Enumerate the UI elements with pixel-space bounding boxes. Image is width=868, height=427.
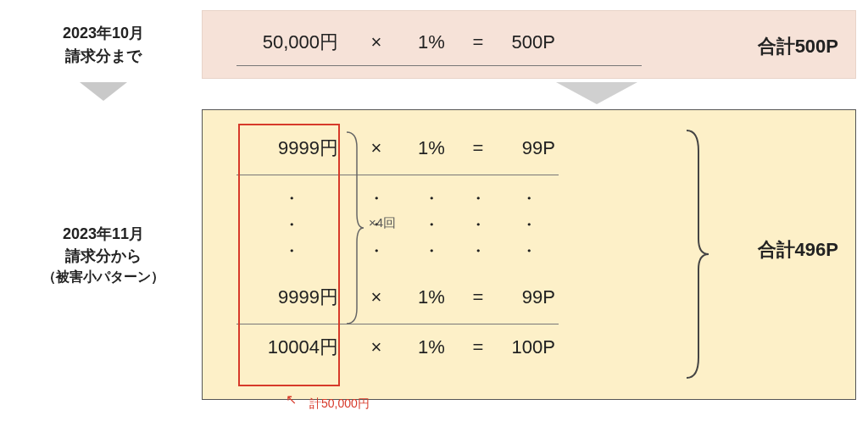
row2-rate: 1% (406, 286, 457, 308)
row1-points: 99P (499, 137, 559, 159)
left-arrow-wrap (12, 82, 202, 104)
dots-row-a: ・ ・ ・ ・ ・ (236, 175, 559, 212)
row3-points: 100P (499, 336, 559, 358)
top-calc-line: 50,000円 × 1% = 500P (236, 26, 642, 66)
row2-points: 99P (499, 286, 559, 308)
mult-icon: × (347, 137, 406, 159)
bottom-section: 2023年11月 請求分から （被害小パターン） 9999円 × 1% = 99… (12, 109, 856, 400)
mult-icon: × (347, 286, 406, 308)
calc-row-3: 10004円 × 1% = 100P (236, 324, 559, 374)
dots-row-b: ・ ・ ・ ・ ・ (236, 212, 559, 238)
calc-stack: 9999円 × 1% = 99P ・ ・ ・ ・ ・ ・ ・ ・ ・ ・ (220, 125, 559, 374)
row3-amount: 10004円 (236, 335, 347, 360)
red-arrow-icon: ↖ (286, 391, 297, 408)
equals-icon: = (457, 336, 499, 358)
right-arrow-wrap (202, 82, 856, 104)
equals-icon: = (457, 137, 499, 159)
bottom-period-line2: 請求分から (65, 245, 142, 267)
top-rate: 1% (406, 31, 457, 53)
repeat-count-label: ×4回 (369, 215, 396, 231)
down-arrow-icon (80, 82, 127, 101)
calc-row-1: 9999円 × 1% = 99P (236, 125, 559, 175)
top-calc-box: 50,000円 × 1% = 500P 合計500P (202, 10, 856, 79)
top-total: 合計500P (726, 34, 838, 59)
equals-icon: = (457, 286, 499, 308)
bottom-period-label: 2023年11月 請求分から （被害小パターン） (12, 109, 202, 400)
row1-rate: 1% (406, 137, 457, 159)
top-period-line2: 請求分まで (65, 45, 142, 67)
top-section: 2023年10月 請求分まで 50,000円 × 1% = 500P 合計500… (12, 10, 856, 79)
row1-amount: 9999円 (236, 136, 347, 161)
mult-icon: × (347, 336, 406, 358)
mult-icon: × (347, 31, 406, 53)
top-points: 500P (499, 31, 559, 53)
row3-rate: 1% (406, 336, 457, 358)
red-sum-caption: 計50,000円 (309, 396, 370, 410)
top-amount: 50,000円 (236, 30, 347, 55)
bottom-period-line3: （被害小パターン） (42, 267, 164, 286)
calc-row-2: 9999円 × 1% = 99P (236, 274, 559, 324)
big-brace-col (690, 125, 724, 374)
top-period-line1: 2023年10月 (63, 22, 144, 44)
arrow-row (12, 82, 856, 104)
top-period-label: 2023年10月 請求分まで (12, 10, 202, 79)
row2-amount: 9999円 (236, 285, 347, 310)
wide-down-arrow-icon (556, 82, 637, 104)
bottom-total: 合計496P (724, 237, 838, 263)
bottom-calc-box: 9999円 × 1% = 99P ・ ・ ・ ・ ・ ・ ・ ・ ・ ・ (202, 109, 856, 400)
equals-icon: = (457, 31, 499, 53)
dots-row-c: ・ ・ ・ ・ ・ (236, 238, 559, 274)
bottom-period-line1: 2023年11月 (63, 223, 144, 245)
